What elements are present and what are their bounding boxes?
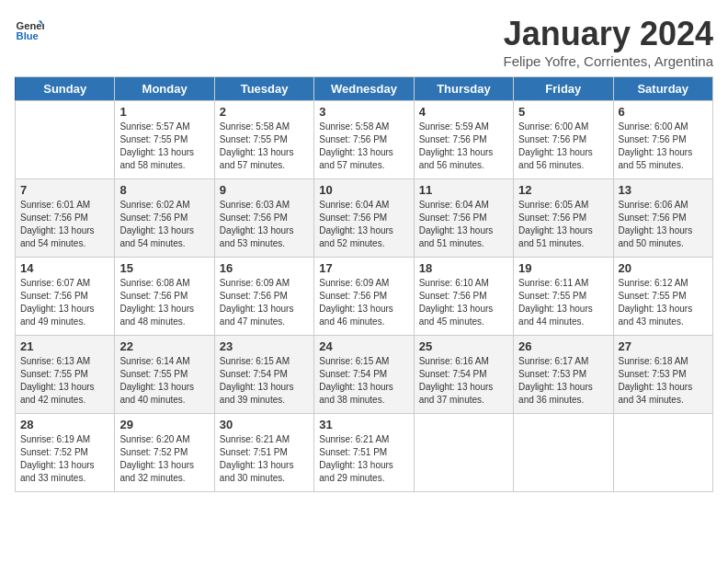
day-info: Sunrise: 6:09 AM Sunset: 7:56 PM Dayligh… [220, 277, 309, 328]
day-number: 31 [319, 418, 408, 431]
calendar-title: January 2024 [504, 15, 713, 53]
day-info: Sunrise: 5:59 AM Sunset: 7:56 PM Dayligh… [419, 121, 508, 172]
day-number: 9 [220, 183, 309, 197]
calendar-cell: 19Sunrise: 6:11 AM Sunset: 7:55 PM Dayli… [514, 258, 613, 336]
day-info: Sunrise: 6:17 AM Sunset: 7:53 PM Dayligh… [518, 355, 608, 407]
day-number: 8 [119, 183, 209, 197]
calendar-cell: 4Sunrise: 5:59 AM Sunset: 7:56 PM Daylig… [414, 101, 513, 179]
logo: General Blue [15, 15, 44, 44]
col-header-monday: Monday [115, 77, 214, 101]
day-info: Sunrise: 6:14 AM Sunset: 7:55 PM Dayligh… [119, 355, 209, 407]
calendar-cell [613, 414, 712, 492]
day-number: 28 [20, 418, 109, 431]
calendar-cell: 18Sunrise: 6:10 AM Sunset: 7:56 PM Dayli… [414, 258, 513, 336]
day-number: 1 [119, 105, 209, 119]
calendar-week-row: 1Sunrise: 5:57 AM Sunset: 7:55 PM Daylig… [16, 101, 713, 179]
calendar-cell: 26Sunrise: 6:17 AM Sunset: 7:53 PM Dayli… [514, 336, 613, 414]
day-info: Sunrise: 5:58 AM Sunset: 7:56 PM Dayligh… [319, 121, 408, 172]
day-number: 16 [220, 261, 309, 275]
day-info: Sunrise: 6:12 AM Sunset: 7:55 PM Dayligh… [619, 277, 708, 328]
day-number: 26 [518, 339, 608, 353]
day-number: 21 [20, 339, 109, 353]
day-number: 24 [319, 339, 408, 353]
day-info: Sunrise: 6:15 AM Sunset: 7:54 PM Dayligh… [319, 355, 408, 407]
calendar-cell [514, 414, 613, 492]
day-number: 12 [518, 183, 608, 197]
day-info: Sunrise: 6:04 AM Sunset: 7:56 PM Dayligh… [319, 199, 408, 250]
day-info: Sunrise: 6:18 AM Sunset: 7:53 PM Dayligh… [619, 355, 708, 407]
calendar-cell: 22Sunrise: 6:14 AM Sunset: 7:55 PM Dayli… [115, 336, 214, 414]
page-header: General Blue January 2024 Felipe Yofre, … [15, 15, 713, 69]
calendar-cell: 25Sunrise: 6:16 AM Sunset: 7:54 PM Dayli… [414, 336, 513, 414]
day-number: 11 [419, 183, 508, 197]
day-number: 7 [20, 183, 109, 197]
calendar-cell: 11Sunrise: 6:04 AM Sunset: 7:56 PM Dayli… [414, 179, 513, 258]
calendar-week-row: 21Sunrise: 6:13 AM Sunset: 7:55 PM Dayli… [16, 336, 713, 414]
day-number: 10 [319, 183, 408, 197]
calendar-cell: 16Sunrise: 6:09 AM Sunset: 7:56 PM Dayli… [214, 258, 313, 336]
col-header-saturday: Saturday [613, 77, 712, 101]
day-number: 15 [119, 261, 209, 275]
calendar-cell: 13Sunrise: 6:06 AM Sunset: 7:56 PM Dayli… [613, 179, 712, 258]
calendar-cell: 27Sunrise: 6:18 AM Sunset: 7:53 PM Dayli… [613, 336, 712, 414]
day-info: Sunrise: 6:08 AM Sunset: 7:56 PM Dayligh… [119, 277, 209, 328]
calendar-cell: 14Sunrise: 6:07 AM Sunset: 7:56 PM Dayli… [16, 258, 115, 336]
calendar-header-row: SundayMondayTuesdayWednesdayThursdayFrid… [16, 77, 713, 101]
day-info: Sunrise: 5:57 AM Sunset: 7:55 PM Dayligh… [119, 121, 209, 172]
col-header-wednesday: Wednesday [314, 77, 414, 101]
col-header-friday: Friday [514, 77, 613, 101]
day-number: 23 [220, 339, 309, 353]
day-number: 13 [619, 183, 708, 197]
day-number: 22 [119, 339, 209, 353]
day-number: 27 [619, 339, 708, 353]
day-info: Sunrise: 6:10 AM Sunset: 7:56 PM Dayligh… [419, 277, 508, 328]
calendar-week-row: 14Sunrise: 6:07 AM Sunset: 7:56 PM Dayli… [16, 258, 713, 336]
day-info: Sunrise: 6:13 AM Sunset: 7:55 PM Dayligh… [20, 355, 109, 407]
col-header-sunday: Sunday [16, 77, 115, 101]
day-number: 18 [419, 261, 508, 275]
calendar-table: SundayMondayTuesdayWednesdayThursdayFrid… [15, 76, 713, 492]
calendar-cell [16, 101, 115, 179]
calendar-subtitle: Felipe Yofre, Corrientes, Argentina [504, 53, 713, 69]
day-info: Sunrise: 6:20 AM Sunset: 7:52 PM Dayligh… [119, 433, 209, 485]
day-info: Sunrise: 6:05 AM Sunset: 7:56 PM Dayligh… [518, 199, 608, 250]
calendar-cell: 2Sunrise: 5:58 AM Sunset: 7:55 PM Daylig… [214, 101, 313, 179]
day-number: 14 [20, 261, 109, 275]
calendar-week-row: 7Sunrise: 6:01 AM Sunset: 7:56 PM Daylig… [16, 179, 713, 258]
calendar-cell: 17Sunrise: 6:09 AM Sunset: 7:56 PM Dayli… [314, 258, 414, 336]
day-info: Sunrise: 6:00 AM Sunset: 7:56 PM Dayligh… [518, 121, 608, 172]
day-info: Sunrise: 6:00 AM Sunset: 7:56 PM Dayligh… [619, 121, 708, 172]
day-info: Sunrise: 6:21 AM Sunset: 7:51 PM Dayligh… [220, 433, 309, 485]
calendar-cell: 3Sunrise: 5:58 AM Sunset: 7:56 PM Daylig… [314, 101, 414, 179]
day-number: 17 [319, 261, 408, 275]
day-info: Sunrise: 6:02 AM Sunset: 7:56 PM Dayligh… [119, 199, 209, 250]
calendar-cell: 24Sunrise: 6:15 AM Sunset: 7:54 PM Dayli… [314, 336, 414, 414]
day-info: Sunrise: 6:04 AM Sunset: 7:56 PM Dayligh… [419, 199, 508, 250]
calendar-cell: 31Sunrise: 6:21 AM Sunset: 7:51 PM Dayli… [314, 414, 414, 492]
day-info: Sunrise: 6:11 AM Sunset: 7:55 PM Dayligh… [518, 277, 608, 328]
calendar-cell: 30Sunrise: 6:21 AM Sunset: 7:51 PM Dayli… [214, 414, 313, 492]
title-block: January 2024 Felipe Yofre, Corrientes, A… [504, 15, 713, 69]
day-info: Sunrise: 6:16 AM Sunset: 7:54 PM Dayligh… [419, 355, 508, 407]
calendar-cell: 10Sunrise: 6:04 AM Sunset: 7:56 PM Dayli… [314, 179, 414, 258]
calendar-cell: 8Sunrise: 6:02 AM Sunset: 7:56 PM Daylig… [115, 179, 214, 258]
day-number: 25 [419, 339, 508, 353]
day-number: 3 [319, 105, 408, 119]
day-info: Sunrise: 6:21 AM Sunset: 7:51 PM Dayligh… [319, 433, 408, 485]
day-number: 20 [619, 261, 708, 275]
day-number: 6 [619, 105, 708, 119]
day-number: 30 [220, 418, 309, 431]
calendar-week-row: 28Sunrise: 6:19 AM Sunset: 7:52 PM Dayli… [16, 414, 713, 492]
calendar-cell: 12Sunrise: 6:05 AM Sunset: 7:56 PM Dayli… [514, 179, 613, 258]
day-info: Sunrise: 6:09 AM Sunset: 7:56 PM Dayligh… [319, 277, 408, 328]
logo-icon: General Blue [15, 15, 44, 44]
col-header-thursday: Thursday [414, 77, 513, 101]
calendar-cell: 20Sunrise: 6:12 AM Sunset: 7:55 PM Dayli… [613, 258, 712, 336]
calendar-cell: 23Sunrise: 6:15 AM Sunset: 7:54 PM Dayli… [214, 336, 313, 414]
svg-text:Blue: Blue [17, 30, 39, 41]
day-info: Sunrise: 6:19 AM Sunset: 7:52 PM Dayligh… [20, 433, 109, 485]
calendar-cell: 9Sunrise: 6:03 AM Sunset: 7:56 PM Daylig… [214, 179, 313, 258]
day-number: 4 [419, 105, 508, 119]
day-info: Sunrise: 6:06 AM Sunset: 7:56 PM Dayligh… [619, 199, 708, 250]
calendar-cell [414, 414, 513, 492]
